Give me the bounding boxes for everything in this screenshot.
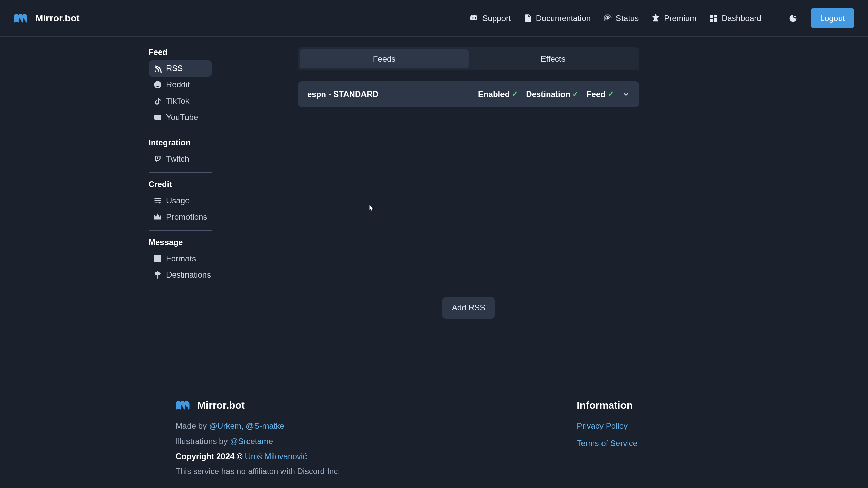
brand[interactable]: Mirror.bot (14, 13, 80, 24)
sidebar-group-integration: Integration Twitch (149, 138, 212, 173)
sidebar-label-usage: Usage (166, 196, 190, 205)
brand-logo-icon (14, 14, 30, 23)
top-nav: Mirror.bot Support Documentation Status … (0, 0, 868, 37)
crown-icon (153, 212, 162, 221)
sidebar-label-destinations: Destinations (166, 270, 211, 280)
sidebar-title-message: Message (149, 238, 212, 247)
tabs: Feeds Effects (298, 47, 639, 70)
svg-rect-11 (157, 157, 158, 159)
sidebar-item-reddit[interactable]: Reddit (149, 77, 212, 93)
footer-illustrations: Illustrations by @Srcetame (176, 434, 340, 448)
footer-disclaimer: This service has no affiliaton with Disc… (176, 465, 340, 479)
link-smatke[interactable]: @S-matke (246, 421, 284, 430)
sidebar-label-rss: RSS (166, 64, 183, 73)
twitch-icon (153, 155, 162, 163)
svg-point-15 (159, 202, 160, 203)
sidebar-label-promotions: Promotions (166, 212, 207, 222)
nav-status[interactable]: Status (601, 11, 640, 26)
sidebar-title-feed: Feed (149, 47, 212, 57)
brand-logo-icon (176, 401, 192, 410)
nav-links: Support Documentation Status Premium Das… (468, 8, 854, 28)
nav-premium[interactable]: Premium (650, 11, 698, 26)
link-uros[interactable]: Uroš Milovanović (245, 452, 307, 461)
add-button-wrap: Add RSS (298, 297, 639, 319)
sidebar-label-reddit: Reddit (166, 80, 190, 89)
sidebar-item-promotions[interactable]: Promotions (149, 209, 212, 225)
svg-point-13 (158, 198, 160, 199)
svg-rect-2 (710, 15, 713, 18)
tiktok-icon (153, 97, 162, 105)
cursor-icon (369, 205, 374, 212)
check-icon: ✓ (512, 90, 518, 99)
sidebar-label-youtube: YouTube (166, 113, 198, 122)
nav-support[interactable]: Support (468, 11, 512, 26)
nav-divider (774, 12, 774, 25)
link-urkem[interactable]: @Urkem (209, 421, 241, 430)
sidebar-title-credit: Credit (149, 180, 212, 189)
nav-documentation-label: Documentation (536, 14, 591, 23)
check-icon: ✓ (572, 90, 578, 99)
status-destination-label: Destination (526, 89, 570, 99)
sidebar-group-message: Message Formats Destinations (149, 238, 212, 288)
broadcast-icon (603, 14, 612, 23)
svg-point-9 (158, 84, 159, 85)
svg-rect-12 (159, 157, 159, 159)
svg-rect-4 (714, 17, 717, 22)
svg-rect-3 (714, 15, 717, 17)
status-destination: Destination ✓ (526, 89, 578, 99)
sidebar-item-usage[interactable]: Usage (149, 192, 212, 209)
footer: Mirror.bot Made by @Urkem, @S-matke Illu… (0, 381, 868, 480)
signpost-icon (153, 270, 162, 279)
theme-icon (788, 14, 798, 23)
link-privacy[interactable]: Privacy Policy (577, 419, 637, 433)
sidebar-item-twitch[interactable]: Twitch (149, 151, 212, 167)
rss-icon (153, 64, 162, 73)
sidebar-group-credit: Credit Usage Promotions (149, 180, 212, 231)
theme-toggle[interactable] (785, 10, 801, 26)
sidebar-label-formats: Formats (166, 254, 196, 263)
reddit-icon (153, 80, 162, 89)
nav-dashboard-label: Dashboard (722, 14, 761, 23)
chevron-down-icon (622, 90, 630, 98)
nav-support-label: Support (482, 14, 511, 23)
nav-dashboard[interactable]: Dashboard (707, 11, 763, 26)
footer-info-heading: Information (577, 400, 637, 411)
add-rss-button[interactable]: Add RSS (442, 297, 495, 319)
link-terms[interactable]: Terms of Service (577, 436, 637, 450)
sidebar-label-tiktok: TikTok (166, 96, 189, 106)
svg-point-0 (607, 17, 609, 19)
document-icon (523, 14, 533, 23)
svg-point-7 (154, 81, 161, 88)
footer-right: Information Privacy Policy Terms of Serv… (577, 400, 637, 480)
tab-feeds[interactable]: Feeds (300, 49, 469, 68)
sidebar-group-feed: Feed RSS Reddit TikTok YouTube (149, 47, 212, 131)
sidebar-item-destinations[interactable]: Destinations (149, 267, 212, 283)
sidebar-title-integration: Integration (149, 138, 212, 147)
list-icon (153, 254, 162, 263)
sidebar-item-youtube[interactable]: YouTube (149, 109, 212, 125)
sidebar-item-rss[interactable]: RSS (149, 60, 212, 77)
discord-icon (470, 14, 479, 23)
sliders-icon (153, 196, 162, 205)
youtube-icon (153, 113, 162, 122)
feed-row[interactable]: espn - STANDARD Enabled ✓ Destination ✓ … (298, 81, 639, 107)
premium-icon (651, 14, 660, 23)
svg-point-6 (794, 15, 796, 17)
feed-row-title: espn - STANDARD (307, 89, 378, 99)
nav-premium-label: Premium (664, 14, 696, 23)
status-feed: Feed ✓ (587, 89, 614, 99)
logout-button[interactable]: Logout (811, 8, 854, 28)
footer-brand[interactable]: Mirror.bot (176, 400, 340, 411)
nav-documentation[interactable]: Documentation (522, 11, 592, 26)
tab-effects[interactable]: Effects (469, 49, 637, 68)
svg-rect-5 (710, 19, 713, 22)
link-srcetame[interactable]: @Srcetame (230, 436, 273, 446)
brand-name: Mirror.bot (35, 13, 80, 24)
footer-copyright: Copyright 2024 © Uroš Milovanović (176, 450, 340, 464)
footer-made-by: Made by @Urkem, @S-matke (176, 419, 340, 433)
sidebar-item-tiktok[interactable]: TikTok (149, 93, 212, 109)
sidebar-item-formats[interactable]: Formats (149, 250, 212, 267)
svg-rect-1 (653, 20, 658, 21)
status-enabled: Enabled ✓ (478, 89, 518, 99)
footer-left: Mirror.bot Made by @Urkem, @S-matke Illu… (176, 400, 340, 480)
